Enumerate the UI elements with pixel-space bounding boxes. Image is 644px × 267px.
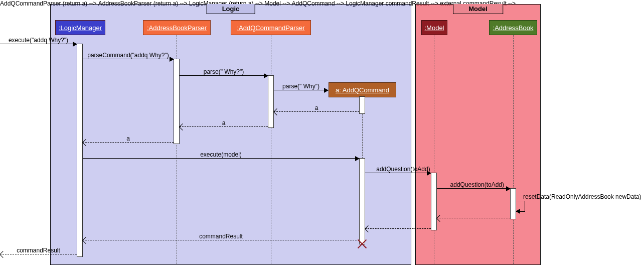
participant-addressbookparser: :AddressBookParser bbox=[143, 20, 211, 35]
arrowhead-icon bbox=[355, 156, 360, 161]
arrowhead-icon bbox=[516, 209, 520, 214]
ret-a-2: a bbox=[180, 126, 268, 127]
arrowhead-icon bbox=[506, 186, 511, 191]
arrowhead-icon bbox=[427, 171, 431, 176]
ret-addressbook-model bbox=[437, 218, 510, 218]
msg-addquestion-2: addQuestion(toAdd) bbox=[437, 188, 510, 189]
activation-model bbox=[431, 173, 437, 230]
logic-frame: Logic bbox=[50, 4, 411, 265]
sequence-diagram: Logic Model :LogicManager :AddressBookPa… bbox=[0, 0, 644, 267]
activation-logicmanager bbox=[77, 44, 83, 257]
msg-parse-why1: parse(" Why?") bbox=[180, 75, 268, 76]
participant-addqcommand: a: AddQCommand bbox=[329, 82, 396, 97]
activation-addressbook bbox=[510, 188, 516, 219]
ret-commandresult-1: commandResult bbox=[83, 240, 359, 240]
activation-addqcommandparser bbox=[268, 75, 274, 128]
msg-execute-addq: execute("addq Why?") bbox=[0, 44, 77, 44]
participant-addressbook: :AddressBook bbox=[489, 20, 537, 35]
arrowhead-icon bbox=[170, 57, 174, 62]
participant-addqcommandparser: :AddQCommandParser bbox=[231, 20, 311, 35]
ret-model-addqcommand bbox=[365, 228, 431, 229]
ret-a-3: a bbox=[83, 142, 174, 143]
activation-addressbookparser bbox=[174, 59, 180, 144]
logic-frame-title: Logic bbox=[207, 4, 255, 14]
participant-logicmanager: :LogicManager bbox=[55, 20, 105, 35]
activation-addqcommand-create bbox=[359, 96, 365, 114]
msg-parsecommand: parseCommand("addq Why?") bbox=[83, 59, 174, 59]
activation-addqcommand-exec bbox=[359, 158, 365, 244]
ret-a-1: a bbox=[274, 111, 359, 112]
msg-parse-why2: parse(" Why") bbox=[274, 90, 328, 90]
arrowhead-icon bbox=[324, 88, 329, 93]
ret-commandresult-2: commandResult bbox=[0, 254, 77, 254]
arrowhead-icon bbox=[264, 73, 268, 78]
msg-execute-model: execute(model) bbox=[83, 158, 359, 159]
lifeline-addqcommandparser bbox=[271, 35, 271, 264]
participant-model: :Model bbox=[421, 20, 447, 35]
destroy-addqcommand-icon bbox=[357, 239, 367, 249]
lifeline-addressbook bbox=[513, 35, 514, 264]
arrowhead-icon bbox=[0, 251, 7, 258]
msg-resetdata-self: resetData(ReadOnlyAddressBook newData) bbox=[516, 201, 525, 212]
arrowhead-icon bbox=[73, 42, 77, 47]
msg-addquestion-1: addQuestion(toAdd) bbox=[365, 173, 431, 173]
model-frame-title: Model bbox=[453, 4, 503, 14]
